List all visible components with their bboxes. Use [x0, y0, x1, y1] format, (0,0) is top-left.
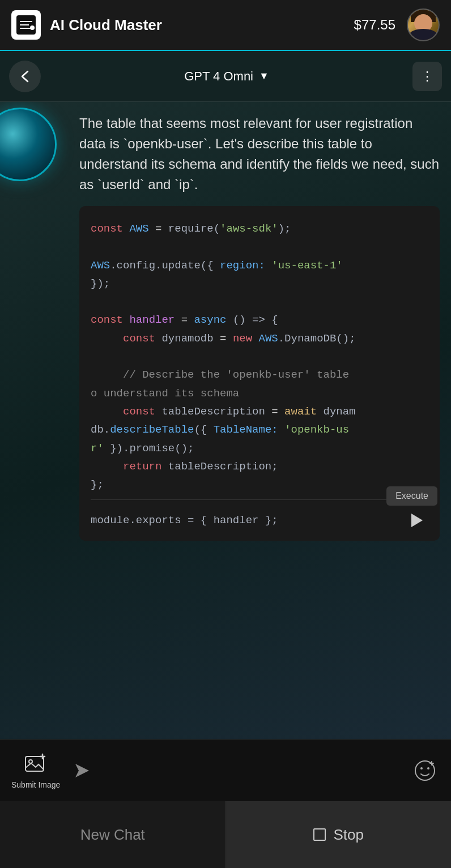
code-line-14: return tableDescription;: [91, 457, 428, 476]
submit-image-button[interactable]: Submit Image: [11, 752, 60, 789]
input-bar: Submit Image: [0, 739, 451, 801]
stop-icon: [313, 828, 326, 841]
app-header: AI Cloud Master $77.55: [0, 0, 451, 51]
svg-point-8: [427, 767, 429, 769]
app-title: AI Cloud Master: [50, 16, 354, 34]
svg-marker-2: [411, 514, 423, 527]
code-line-15: };: [91, 476, 428, 494]
code-line-9: // Describe the 'openkb-user' table: [91, 366, 428, 384]
code-block: const AWS = require('aws-sdk'); AWS.conf…: [79, 206, 440, 541]
bottom-actions: New Chat Stop: [0, 801, 451, 868]
svg-point-4: [29, 760, 32, 763]
model-selector[interactable]: GPT 4 Omni ▼: [41, 69, 412, 84]
code-content: const AWS = require('aws-sdk'); AWS.conf…: [91, 220, 428, 494]
svg-marker-5: [75, 764, 89, 777]
new-chat-button[interactable]: New Chat: [0, 801, 226, 868]
submit-image-icon: [23, 752, 48, 777]
code-line-4: });: [91, 275, 428, 293]
app-icon: [11, 10, 41, 40]
code-line-6: const handler = async () => {: [91, 311, 428, 329]
vertical-dots-icon: ⋮: [421, 70, 434, 83]
code-footer: module.exports = { handler };: [91, 499, 428, 541]
chat-area: The table that seems most relevant for u…: [0, 102, 451, 739]
back-button[interactable]: [9, 61, 41, 92]
message-area: The table that seems most relevant for u…: [0, 102, 451, 739]
send-button[interactable]: [69, 758, 95, 784]
svg-point-7: [420, 767, 423, 769]
svg-point-1: [30, 25, 35, 30]
chevron-down-icon: ▼: [259, 70, 269, 82]
code-line-8: [91, 348, 428, 366]
svg-rect-3: [25, 756, 44, 771]
code-line-11: const tableDescription = await dynam: [91, 403, 428, 421]
code-line-2: [91, 238, 428, 256]
module-exports-line: module.exports = { handler };: [91, 514, 278, 527]
code-line-10: o understand its schema: [91, 384, 428, 403]
assistant-message: The table that seems most relevant for u…: [79, 113, 440, 195]
submit-image-label: Submit Image: [11, 780, 60, 789]
code-line-5: [91, 293, 428, 311]
execute-button[interactable]: Execute: [386, 486, 437, 506]
nav-bar: GPT 4 Omni ▼ ⋮: [0, 51, 451, 102]
code-line-12: db.describeTable({ TableName: 'openkb-us: [91, 421, 428, 439]
code-line-3: AWS.config.update({ region: 'us-east-1': [91, 256, 428, 275]
model-name-label: GPT 4 Omni: [184, 69, 253, 84]
balance-display: $77.55: [354, 17, 395, 33]
code-line-13: r' }).promise();: [91, 439, 428, 457]
code-line-1: const AWS = require('aws-sdk');: [91, 220, 428, 238]
more-options-button[interactable]: ⋮: [412, 62, 442, 91]
emoji-button[interactable]: [410, 756, 440, 785]
user-avatar[interactable]: [407, 8, 440, 41]
code-line-7: const dynamodb = new AWS.DynamoDB();: [91, 330, 428, 348]
run-button[interactable]: [403, 508, 428, 533]
stop-label: Stop: [334, 826, 364, 844]
stop-button[interactable]: Stop: [226, 801, 452, 868]
